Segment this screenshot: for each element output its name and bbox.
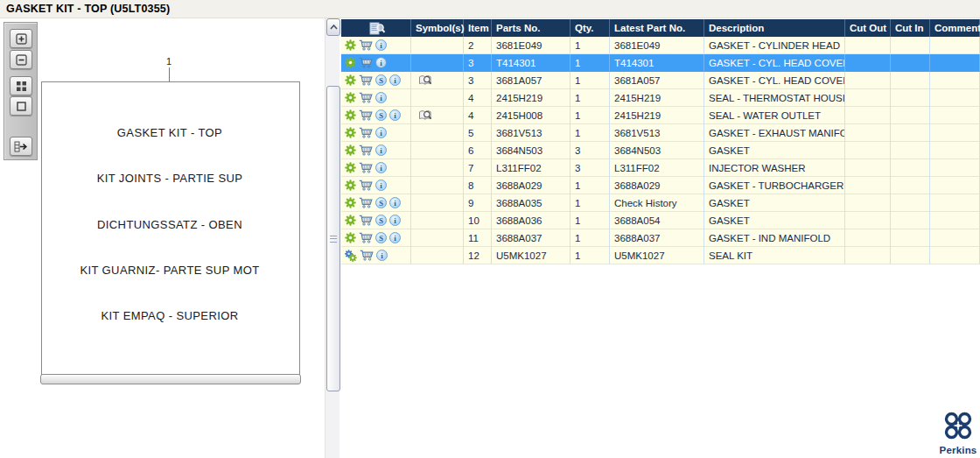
row-cell-cut-in[interactable] (891, 247, 930, 264)
row-cell-comment[interactable] (930, 194, 980, 212)
parts-table-row[interactable]: i7L311FF023L311FF02INJECTOR WASHER (341, 159, 980, 177)
parts-table-row[interactable]: i83688A02913688A029GASKET - TURBOCHARGER (341, 177, 980, 194)
gear-icon[interactable] (345, 215, 356, 226)
add-to-cart-icon[interactable] (359, 197, 373, 208)
info-icon[interactable]: i (375, 144, 387, 156)
row-cell-latest[interactable]: 3681E049 (610, 37, 704, 54)
row-cell-comment[interactable] (930, 124, 980, 142)
row-cell-parts-no[interactable]: 3681E049 (492, 37, 570, 54)
row-cell-cut-out[interactable] (845, 177, 891, 194)
add-to-cart-icon[interactable] (360, 250, 374, 261)
row-cell-latest[interactable]: Check History (610, 194, 704, 212)
row-cell-latest[interactable]: T414301 (610, 54, 704, 72)
row-cell-qty[interactable]: 1 (570, 177, 610, 194)
row-cell-cut-out[interactable] (845, 194, 891, 212)
add-to-cart-icon[interactable] (359, 232, 373, 243)
add-to-cart-icon[interactable] (359, 39, 373, 51)
row-cell-comment[interactable] (930, 177, 980, 194)
gear-icon[interactable] (345, 162, 356, 173)
info-icon[interactable]: i (375, 39, 387, 51)
row-cell-qty[interactable]: 1 (570, 37, 610, 54)
header-description[interactable]: Description (704, 19, 845, 37)
gear-icon[interactable] (345, 144, 356, 156)
row-cell-cut-out[interactable] (845, 229, 891, 247)
row-cell-cut-in[interactable] (891, 124, 930, 142)
parts-table-row[interactable]: Si 42415H00812415H219SEAL - WATER OUTLET (341, 107, 980, 124)
zoom-out-button[interactable] (10, 50, 32, 69)
info-icon[interactable]: i (389, 74, 401, 86)
header-parts-no[interactable]: Parts No. (492, 19, 570, 37)
row-cell-item[interactable]: 4 (464, 89, 492, 107)
gear-icon[interactable] (345, 127, 356, 138)
info-icon[interactable]: i (375, 162, 387, 173)
scrollbar-thumb[interactable] (326, 86, 340, 391)
row-cell-qty[interactable]: 1 (570, 229, 610, 247)
row-cell-comment[interactable] (930, 89, 980, 107)
row-cell-parts-no[interactable]: 3688A036 (492, 212, 570, 229)
row-cell-comment[interactable] (930, 159, 980, 177)
row-cell-qty[interactable]: 3 (570, 159, 610, 177)
row-cell-latest[interactable]: 3681A057 (610, 72, 704, 89)
gear-icon[interactable] (345, 74, 356, 86)
s-history-icon[interactable]: S (375, 74, 387, 86)
row-cell-latest[interactable]: L311FF02 (610, 159, 704, 177)
header-search-column[interactable] (341, 19, 411, 37)
row-cell-cut-in[interactable] (891, 212, 930, 229)
add-to-cart-icon[interactable] (359, 57, 373, 68)
row-cell-item[interactable]: 6 (464, 142, 492, 159)
scroll-up-button[interactable] (326, 18, 340, 36)
info-icon[interactable]: i (389, 109, 401, 121)
row-cell-latest[interactable]: 3684N503 (610, 142, 704, 159)
row-cell-cut-in[interactable] (891, 72, 930, 89)
row-cell-parts-no[interactable]: 3684N503 (492, 142, 570, 159)
row-cell-cut-out[interactable] (845, 142, 891, 159)
s-history-icon[interactable]: S (375, 197, 387, 208)
row-cell-cut-in[interactable] (891, 54, 930, 72)
row-cell-description[interactable]: SEAL KIT (704, 247, 845, 264)
add-to-cart-icon[interactable] (359, 144, 373, 156)
header-cut-in[interactable]: Cut In (891, 19, 930, 37)
row-cell-cut-out[interactable] (845, 37, 891, 54)
row-cell-latest[interactable]: 3688A037 (610, 229, 704, 247)
row-cell-cut-out[interactable] (845, 72, 891, 89)
row-cell-description[interactable]: GASKET - CYL. HEAD COVER (704, 72, 845, 89)
kit-gears-icon[interactable] (345, 250, 357, 262)
add-to-cart-icon[interactable] (359, 162, 373, 173)
row-cell-cut-in[interactable] (891, 142, 930, 159)
thumbnail-grid-button[interactable] (10, 76, 32, 95)
parts-table-row[interactable]: i23681E04913681E049GASKET - CYLINDER HEA… (341, 37, 980, 54)
zoom-in-button[interactable] (10, 29, 32, 48)
s-history-icon[interactable]: S (375, 232, 387, 243)
row-cell-item[interactable]: 3 (464, 72, 492, 89)
row-cell-item[interactable]: 3 (464, 54, 492, 72)
symbol-lookup-icon[interactable] (418, 109, 433, 122)
row-cell-comment[interactable] (930, 247, 980, 264)
gear-icon[interactable] (345, 180, 356, 191)
row-cell-parts-no[interactable]: 3688A035 (492, 194, 570, 212)
row-cell-parts-no[interactable]: U5MK1027 (492, 247, 570, 264)
header-qty[interactable]: Qty. (570, 19, 610, 37)
row-cell-description[interactable]: GASKET - CYLINDER HEAD (704, 37, 845, 54)
row-cell-qty[interactable]: 1 (570, 89, 610, 107)
row-cell-comment[interactable] (930, 142, 980, 159)
diagram-vertical-scrollbar[interactable] (325, 18, 340, 458)
add-to-cart-icon[interactable] (359, 180, 373, 191)
row-cell-item[interactable]: 9 (464, 194, 492, 212)
parts-table-row[interactable]: Si93688A0351Check HistoryGASKET (341, 194, 980, 212)
symbol-lookup-icon[interactable] (418, 74, 433, 87)
row-cell-item[interactable]: 10 (464, 212, 492, 229)
row-cell-comment[interactable] (930, 37, 980, 54)
row-cell-latest[interactable]: 3688A029 (610, 177, 704, 194)
row-cell-item[interactable]: 2 (464, 37, 492, 54)
row-cell-description[interactable]: GASKET (704, 212, 845, 229)
row-cell-cut-in[interactable] (891, 107, 930, 124)
s-history-icon[interactable]: S (375, 109, 387, 121)
row-cell-parts-no[interactable]: 2415H008 (492, 107, 570, 124)
row-cell-description[interactable]: GASKET - TURBOCHARGER (704, 177, 845, 194)
row-cell-parts-no[interactable]: 3688A037 (492, 229, 570, 247)
header-cut-out[interactable]: Cut Out (845, 19, 891, 37)
info-icon[interactable]: i (389, 197, 401, 208)
row-cell-item[interactable]: 8 (464, 177, 492, 194)
info-icon[interactable]: i (389, 215, 401, 226)
row-cell-parts-no[interactable]: 3681A057 (492, 72, 570, 89)
